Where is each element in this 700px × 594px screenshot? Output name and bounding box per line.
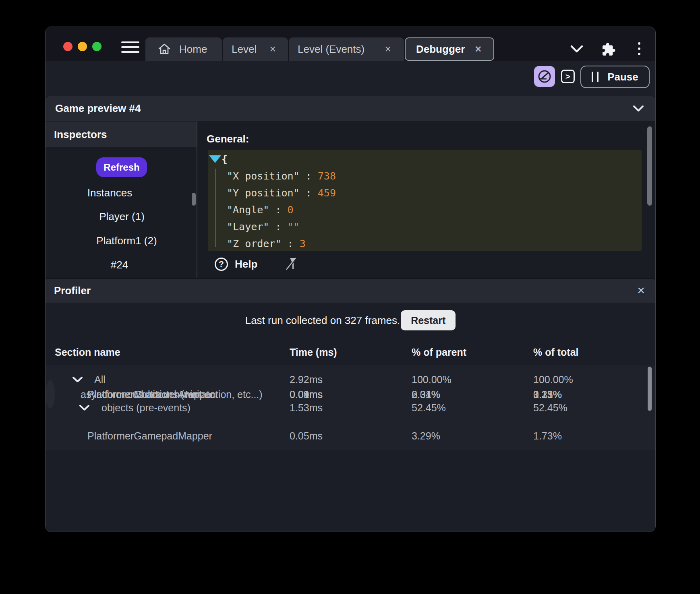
profiler-gauge-icon — [536, 68, 553, 85]
profiler-table-rows: All 2.92ms 100.00% 100.00% asynchronous … — [46, 365, 655, 532]
pause-button[interactable]: Pause — [580, 66, 650, 88]
pause-icon — [592, 72, 599, 82]
inspector-item-player[interactable]: Player (1) — [99, 210, 145, 223]
time-value: 2.92ms — [290, 374, 412, 386]
profiler-status-text: Last run collected on 327 frames. — [245, 314, 400, 327]
tab-label: Level — [232, 43, 257, 56]
json-viewer: { "X position" : 738 "Y position" : 459 … — [208, 150, 642, 251]
profiler-title: Profiler — [54, 285, 91, 297]
code-value: "" — [288, 221, 300, 233]
percent-parent: 2.34% — [412, 389, 533, 400]
tab-level[interactable]: Level × — [223, 37, 288, 61]
menu-icon[interactable] — [121, 41, 139, 54]
inspectors-scrollbar[interactable] — [192, 193, 196, 206]
inspector-item-instance-24[interactable]: #24 — [111, 259, 128, 271]
collapse-triangle-icon[interactable] — [209, 155, 221, 163]
code-value: 0 — [288, 204, 294, 216]
percent-total: 52.45% — [533, 402, 655, 414]
column-header: % of total — [533, 346, 655, 358]
close-tab-icon[interactable]: × — [268, 44, 278, 55]
time-value: 0.04ms — [290, 389, 412, 400]
tab-label: Home — [179, 43, 207, 56]
help-row: ? Help — [215, 257, 298, 271]
home-icon — [157, 43, 171, 56]
profiler-body: Last run collected on 327 frames. Restar… — [46, 303, 655, 532]
inspectors-header: Inspectors — [46, 122, 197, 147]
column-header: Section name — [46, 346, 290, 358]
general-scrollbar[interactable] — [647, 126, 652, 206]
tab-home[interactable]: Home — [145, 37, 222, 61]
section-name: PlatformerGamepadMapper — [87, 430, 212, 442]
tab-level-events[interactable]: Level (Events) × — [289, 37, 404, 61]
percent-total: 1.23% — [533, 389, 562, 400]
time-value: 1.53ms — [290, 402, 412, 414]
code-line: { — [208, 150, 642, 168]
close-tab-icon[interactable]: × — [473, 44, 483, 55]
main-panel: Game preview #4 Inspectors Refresh Insta… — [46, 96, 655, 532]
profiler-table-scrollbar[interactable] — [648, 367, 652, 411]
inspector-content: Inspectors Refresh Instances Player (1) … — [46, 122, 655, 278]
chevron-down-icon[interactable] — [570, 45, 584, 54]
pin-off-icon[interactable] — [286, 257, 298, 271]
indent-guide — [215, 169, 216, 247]
percent-total: 100.00% — [533, 374, 655, 386]
tab-label: Debugger — [416, 43, 465, 56]
percent-parent: 3.29% — [412, 430, 533, 442]
console-toggle-button[interactable]: > — [561, 70, 575, 83]
profiler-header: Profiler × — [46, 278, 655, 303]
profiler-section: Profiler × Last run collected on 327 fra… — [46, 278, 655, 532]
chevron-down-icon[interactable] — [79, 404, 90, 411]
percent-parent: 100.00% — [412, 374, 533, 386]
chevron-down-icon[interactable] — [72, 376, 83, 383]
code-line: "Y position" : 459 — [208, 185, 642, 202]
debugger-toolbar: > Pause — [46, 61, 655, 96]
section-name: All — [94, 374, 106, 386]
code-line: "Angle" : 0 — [208, 202, 642, 219]
section-name: objects (pre-events) — [101, 402, 191, 414]
profiler-toggle-button[interactable] — [534, 66, 555, 87]
more-options-icon[interactable] — [638, 42, 641, 56]
game-preview-title: Game preview #4 — [55, 102, 141, 115]
general-title: General: — [207, 133, 249, 145]
code-value: 459 — [318, 187, 336, 199]
inspectors-panel: Inspectors Refresh Instances Player (1) … — [46, 122, 197, 278]
close-profiler-icon[interactable]: × — [637, 284, 645, 297]
general-panel: General: { "X position" : 738 "Y positio… — [198, 122, 655, 278]
maximize-window-button[interactable] — [92, 42, 101, 51]
table-row[interactable]: PlatformerMultitouchMapper 0.04ms 2.34% … — [46, 380, 55, 408]
percent-parent: 52.45% — [412, 402, 533, 414]
tab-label: Level (Events) — [298, 43, 364, 56]
code-value: 3 — [300, 238, 306, 250]
section-name: PlatformerMultitouchMapper — [87, 389, 214, 400]
profiler-table-header: Section name Time (ms) % of parent % of … — [46, 342, 655, 362]
inspector-item-platform1[interactable]: Platform1 (2) — [96, 235, 157, 247]
code-line: "Z order" : 3 — [208, 235, 642, 251]
inspector-item-instances[interactable]: Instances — [87, 187, 132, 199]
app-window: Home Level × Level (Events) × Debugger × — [45, 27, 656, 532]
code-value: 738 — [318, 170, 336, 182]
time-value: 0.05ms — [290, 430, 412, 442]
column-header: Time (ms) — [290, 346, 412, 358]
minimize-window-button[interactable] — [78, 42, 87, 51]
titlebar: Home Level × Level (Events) × Debugger × — [46, 27, 655, 61]
game-preview-header[interactable]: Game preview #4 — [46, 96, 655, 121]
column-header: % of parent — [412, 346, 533, 358]
close-tab-icon[interactable]: × — [383, 44, 393, 55]
console-prompt-icon: > — [565, 72, 570, 81]
inspectors-title: Inspectors — [54, 128, 107, 141]
tab-debugger[interactable]: Debugger × — [405, 37, 494, 61]
profiler-status-row: Last run collected on 327 frames. Restar… — [46, 310, 655, 330]
refresh-button[interactable]: Refresh — [96, 157, 147, 177]
help-link[interactable]: Help — [235, 258, 257, 270]
code-line: "Layer" : "" — [208, 219, 642, 235]
code-line: "X position" : 738 — [208, 168, 642, 185]
help-icon[interactable]: ? — [215, 258, 228, 271]
restart-button[interactable]: Restart — [401, 310, 456, 330]
pause-label: Pause — [607, 71, 638, 83]
extensions-puzzle-icon[interactable] — [601, 42, 616, 57]
collapse-chevron-icon[interactable] — [633, 105, 644, 112]
table-row[interactable]: PlatformerGamepadMapper 0.05ms 3.29% 1.7… — [46, 422, 655, 450]
close-window-button[interactable] — [63, 42, 72, 51]
percent-total: 1.73% — [533, 430, 655, 442]
